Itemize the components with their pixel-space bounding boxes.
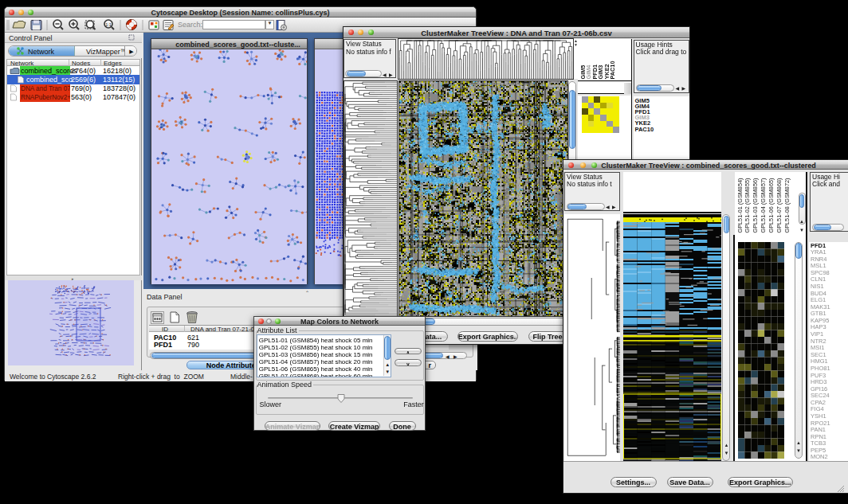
svg-text:1:1: 1:1 <box>105 22 112 27</box>
